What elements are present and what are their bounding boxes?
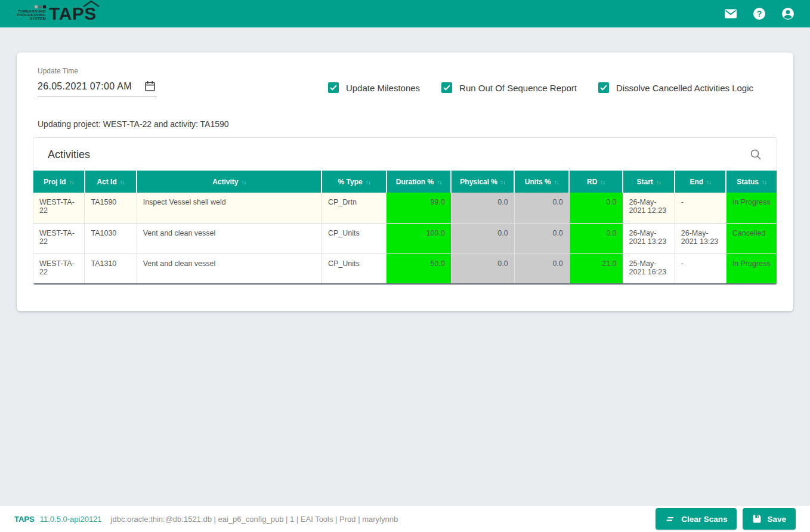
table-row[interactable]: WEST-TA-22TA1590Inspect Vessel shell wel…: [33, 193, 777, 223]
column-header-rd[interactable]: RD↑↓: [569, 171, 623, 193]
update-time-field: Update Time 26.05.2021 07:00 AM: [38, 67, 157, 97]
svg-text:?: ?: [757, 9, 762, 18]
account-icon[interactable]: [780, 6, 796, 21]
cell-physical-pct: 0.0: [451, 253, 514, 284]
logo-hat-icon: [83, 1, 100, 7]
cell-start: 26-May-2021 13:23: [623, 223, 675, 253]
cell-units-pct: 0.0: [514, 253, 569, 284]
update-time-label: Update Time: [38, 67, 157, 75]
cell-type: CP_Units: [321, 253, 386, 284]
sort-icon: ↑↓: [554, 179, 559, 185]
activities-title: Activities: [48, 149, 90, 161]
sort-icon: ↑↓: [366, 179, 370, 185]
cell-units-pct: 0.0: [514, 223, 569, 253]
cell-activity: Vent and clean vessel: [137, 223, 321, 253]
save-button[interactable]: Save: [743, 508, 796, 530]
column-header-physical[interactable]: Physical %↑↓: [451, 171, 514, 193]
cell-rd: 0.0: [569, 223, 623, 253]
footer-version: 11.0.5.0-api20121: [40, 515, 102, 524]
column-header-type[interactable]: % Type↑↓: [321, 171, 386, 193]
cell-units-pct: 0.0: [514, 193, 569, 223]
calendar-icon[interactable]: [144, 81, 156, 92]
top-app-bar: TURNAROUND PROGRESSING SYSTEM TAPS ?: [0, 0, 810, 27]
sort-icon: ↑↓: [500, 179, 505, 185]
checkbox-checked-icon: [598, 82, 609, 93]
footer-bar: TAPS 11.0.5.0-api20121 jdbc:oracle:thin:…: [0, 506, 810, 532]
column-header-start[interactable]: Start↑↓: [623, 171, 675, 193]
column-header-units[interactable]: Units %↑↓: [514, 171, 569, 193]
cell-status: In Progress: [726, 193, 777, 223]
cell-type: CP_Units: [321, 223, 386, 253]
cell-rd: 0.0: [569, 193, 623, 223]
column-header-duration[interactable]: Duration %↑↓: [387, 171, 451, 193]
cell-end: -: [675, 193, 726, 223]
table-row[interactable]: WEST-TA-22TA1030Vent and clean vesselCP_…: [33, 223, 777, 253]
checkbox-group: Update Milestones Run Out Of Sequence Re…: [328, 82, 753, 93]
cell-act-id: TA1030: [85, 223, 137, 253]
clear-scans-button[interactable]: Clear Scans: [656, 508, 737, 530]
cell-status: Cancelled: [726, 223, 777, 253]
cell-physical-pct: 0.0: [451, 193, 514, 223]
save-icon: [752, 514, 762, 524]
sort-icon: ↑↓: [69, 179, 74, 185]
column-header-proj-id[interactable]: Proj Id↑↓: [33, 171, 85, 193]
cell-proj-id: WEST-TA-22: [33, 223, 85, 253]
cell-duration-pct: 50.0: [387, 253, 451, 284]
logo-squares-icon: [35, 5, 46, 8]
table-row[interactable]: WEST-TA-22TA1310Vent and clean vesselCP_…: [33, 253, 777, 284]
cell-act-id: TA1310: [85, 253, 137, 284]
activities-panel: Activities Proj Id↑↓Act Id↑↓Activity↑↓% …: [33, 137, 777, 285]
clear-icon: [665, 514, 676, 524]
checkbox-dissolve-cancelled-activities-logic[interactable]: Dissolve Cancelled Activities Logic: [598, 82, 753, 93]
updating-status-text: Updating project: WEST-TA-22 and activit…: [38, 119, 777, 129]
cell-start: 26-May-2021 12:23: [623, 193, 675, 223]
cell-type: CP_Drtn: [321, 193, 386, 223]
main-card: Update Time 26.05.2021 07:00 AM Update M…: [17, 52, 793, 311]
update-time-input[interactable]: 26.05.2021 07:00 AM: [38, 81, 132, 92]
checkbox-checked-icon: [441, 82, 452, 93]
table-header-row: Proj Id↑↓Act Id↑↓Activity↑↓% Type↑↓Durat…: [33, 171, 777, 193]
sort-icon: ↑↓: [600, 179, 605, 185]
activities-table-body: WEST-TA-22TA1590Inspect Vessel shell wel…: [33, 193, 777, 284]
footer-connection-info: jdbc:oracle:thin:@db:1521:db | eai_p6_co…: [111, 515, 398, 524]
column-header-activity[interactable]: Activity↑↓: [137, 171, 321, 193]
cell-activity: Vent and clean vessel: [137, 253, 321, 284]
column-header-status[interactable]: Status↑↓: [726, 171, 777, 193]
cell-status: In Progress: [726, 253, 777, 284]
app-logo: TURNAROUND PROGRESSING SYSTEM TAPS: [17, 5, 97, 23]
sort-icon: ↑↓: [437, 179, 441, 185]
cell-end: -: [675, 253, 726, 284]
app-title: TAPS: [49, 5, 97, 23]
logo-tagline: TURNAROUND PROGRESSING SYSTEM: [17, 5, 46, 23]
sort-icon: ↑↓: [706, 179, 711, 185]
footer-app-name: TAPS: [14, 515, 35, 524]
cell-rd: 21.0: [569, 253, 623, 284]
checkbox-update-milestones[interactable]: Update Milestones: [328, 82, 420, 93]
cell-duration-pct: 99.0: [387, 193, 451, 223]
cell-end: 26-May-2021 13:23: [675, 223, 726, 253]
sort-icon: ↑↓: [762, 179, 766, 185]
cell-activity: Inspect Vessel shell weld: [137, 193, 321, 223]
sort-icon: ↑↓: [120, 179, 125, 185]
mail-icon[interactable]: [723, 6, 738, 21]
cell-physical-pct: 0.0: [451, 223, 514, 253]
checkbox-run-out-of-sequence-report[interactable]: Run Out Of Sequence Report: [441, 82, 577, 93]
help-icon[interactable]: ?: [752, 6, 767, 21]
cell-start: 25-May-2021 16:23: [623, 253, 675, 284]
sort-icon: ↑↓: [656, 179, 661, 185]
column-header-end[interactable]: End↑↓: [675, 171, 726, 193]
topbar-icons: ?: [723, 6, 796, 21]
checkbox-checked-icon: [328, 82, 339, 93]
cell-proj-id: WEST-TA-22: [33, 193, 85, 223]
sort-icon: ↑↓: [241, 179, 246, 185]
activities-table: Proj Id↑↓Act Id↑↓Activity↑↓% Type↑↓Durat…: [33, 171, 777, 284]
controls-row: Update Time 26.05.2021 07:00 AM Update M…: [33, 67, 777, 97]
column-header-act-id[interactable]: Act Id↑↓: [85, 171, 137, 193]
search-icon[interactable]: [749, 148, 762, 161]
cell-act-id: TA1590: [85, 193, 137, 223]
cell-proj-id: WEST-TA-22: [33, 253, 85, 284]
cell-duration-pct: 100.0: [387, 223, 451, 253]
